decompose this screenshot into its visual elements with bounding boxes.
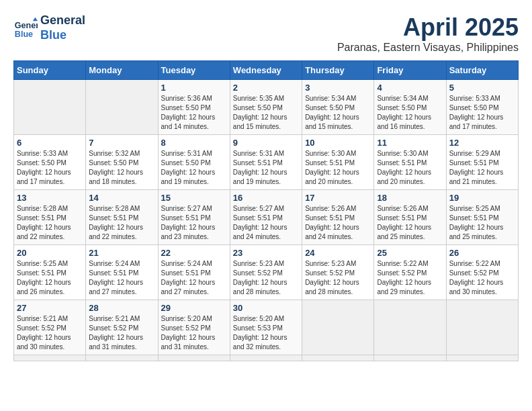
day-info: Sunrise: 5:34 AMSunset: 5:50 PMDaylight:… <box>305 94 371 132</box>
calendar-cell: 19Sunrise: 5:25 AMSunset: 5:51 PMDayligh… <box>446 190 518 245</box>
calendar-body: 1Sunrise: 5:36 AMSunset: 5:50 PMDaylight… <box>14 80 519 361</box>
logo-blue: Blue <box>40 28 85 43</box>
logo-general: General <box>40 13 85 28</box>
svg-marker-2 <box>33 17 38 20</box>
day-number: 19 <box>449 193 515 203</box>
calendar-week-row: 20Sunrise: 5:25 AMSunset: 5:51 PMDayligh… <box>14 245 519 300</box>
calendar-week-row: 6Sunrise: 5:33 AMSunset: 5:50 PMDaylight… <box>14 135 519 190</box>
day-number: 12 <box>449 138 515 148</box>
logo-icon: General Blue <box>13 16 38 40</box>
logo: General Blue General Blue <box>13 13 85 42</box>
calendar-cell: 11Sunrise: 5:30 AMSunset: 5:51 PMDayligh… <box>374 135 446 190</box>
svg-text:Blue: Blue <box>15 29 33 38</box>
day-number: 30 <box>233 303 299 313</box>
weekday-header-monday: Monday <box>86 61 158 80</box>
calendar-cell: 16Sunrise: 5:27 AMSunset: 5:51 PMDayligh… <box>230 190 302 245</box>
day-info: Sunrise: 5:33 AMSunset: 5:50 PMDaylight:… <box>17 149 83 187</box>
calendar-cell: 25Sunrise: 5:22 AMSunset: 5:52 PMDayligh… <box>374 245 446 300</box>
day-number: 24 <box>305 248 371 258</box>
calendar-cell: 23Sunrise: 5:23 AMSunset: 5:52 PMDayligh… <box>230 245 302 300</box>
day-info: Sunrise: 5:32 AMSunset: 5:50 PMDaylight:… <box>89 149 154 187</box>
calendar-cell: 7Sunrise: 5:32 AMSunset: 5:50 PMDaylight… <box>86 135 158 190</box>
calendar-cell: 20Sunrise: 5:25 AMSunset: 5:51 PMDayligh… <box>14 245 86 300</box>
weekday-header-thursday: Thursday <box>302 61 374 80</box>
day-number: 21 <box>89 248 154 258</box>
day-info: Sunrise: 5:31 AMSunset: 5:50 PMDaylight:… <box>161 149 227 187</box>
day-number: 17 <box>305 193 371 203</box>
calendar-cell: 22Sunrise: 5:24 AMSunset: 5:51 PMDayligh… <box>158 245 230 300</box>
day-number: 6 <box>17 138 83 148</box>
day-info: Sunrise: 5:30 AMSunset: 5:51 PMDaylight:… <box>377 149 443 187</box>
calendar-cell <box>302 355 374 361</box>
month-title: April 2025 <box>337 13 519 42</box>
day-info: Sunrise: 5:20 AMSunset: 5:53 PMDaylight:… <box>233 314 299 352</box>
calendar-cell <box>302 300 374 355</box>
calendar-cell: 27Sunrise: 5:21 AMSunset: 5:52 PMDayligh… <box>14 300 86 355</box>
calendar-cell <box>374 355 446 361</box>
day-info: Sunrise: 5:25 AMSunset: 5:51 PMDaylight:… <box>449 204 515 242</box>
day-number: 14 <box>89 193 154 203</box>
calendar-cell: 8Sunrise: 5:31 AMSunset: 5:50 PMDaylight… <box>158 135 230 190</box>
day-number: 29 <box>161 303 227 313</box>
title-block: April 2025 Paranas, Eastern Visayas, Phi… <box>337 13 519 54</box>
day-info: Sunrise: 5:35 AMSunset: 5:50 PMDaylight:… <box>233 94 299 132</box>
calendar-cell: 21Sunrise: 5:24 AMSunset: 5:51 PMDayligh… <box>86 245 158 300</box>
calendar-cell: 3Sunrise: 5:34 AMSunset: 5:50 PMDaylight… <box>302 80 374 135</box>
day-info: Sunrise: 5:23 AMSunset: 5:52 PMDaylight:… <box>233 259 299 297</box>
calendar-cell: 18Sunrise: 5:26 AMSunset: 5:51 PMDayligh… <box>374 190 446 245</box>
calendar-cell: 30Sunrise: 5:20 AMSunset: 5:53 PMDayligh… <box>230 300 302 355</box>
day-info: Sunrise: 5:28 AMSunset: 5:51 PMDaylight:… <box>89 204 154 242</box>
day-info: Sunrise: 5:26 AMSunset: 5:51 PMDaylight:… <box>377 204 443 242</box>
calendar-cell: 12Sunrise: 5:29 AMSunset: 5:51 PMDayligh… <box>446 135 518 190</box>
calendar-cell <box>158 355 230 361</box>
day-info: Sunrise: 5:31 AMSunset: 5:51 PMDaylight:… <box>233 149 299 187</box>
weekday-header-row: SundayMondayTuesdayWednesdayThursdayFrid… <box>14 61 519 80</box>
calendar-cell <box>86 355 158 361</box>
calendar-cell <box>14 355 86 361</box>
day-number: 3 <box>305 83 371 93</box>
calendar-cell: 10Sunrise: 5:30 AMSunset: 5:51 PMDayligh… <box>302 135 374 190</box>
weekday-header-sunday: Sunday <box>14 61 86 80</box>
calendar-cell: 26Sunrise: 5:22 AMSunset: 5:52 PMDayligh… <box>446 245 518 300</box>
day-info: Sunrise: 5:30 AMSunset: 5:51 PMDaylight:… <box>305 149 371 187</box>
calendar-cell: 29Sunrise: 5:20 AMSunset: 5:52 PMDayligh… <box>158 300 230 355</box>
calendar-cell: 28Sunrise: 5:21 AMSunset: 5:52 PMDayligh… <box>86 300 158 355</box>
location-title: Paranas, Eastern Visayas, Philippines <box>337 42 519 54</box>
day-info: Sunrise: 5:24 AMSunset: 5:51 PMDaylight:… <box>161 259 227 297</box>
day-info: Sunrise: 5:22 AMSunset: 5:52 PMDaylight:… <box>377 259 443 297</box>
day-info: Sunrise: 5:24 AMSunset: 5:51 PMDaylight:… <box>89 259 154 297</box>
page-header: General Blue General Blue April 2025 Par… <box>13 13 519 54</box>
day-info: Sunrise: 5:29 AMSunset: 5:51 PMDaylight:… <box>449 149 515 187</box>
day-number: 8 <box>161 138 227 148</box>
day-info: Sunrise: 5:23 AMSunset: 5:52 PMDaylight:… <box>305 259 371 297</box>
day-number: 9 <box>233 138 299 148</box>
calendar-cell: 1Sunrise: 5:36 AMSunset: 5:50 PMDaylight… <box>158 80 230 135</box>
day-info: Sunrise: 5:21 AMSunset: 5:52 PMDaylight:… <box>89 314 154 352</box>
calendar-cell: 5Sunrise: 5:33 AMSunset: 5:50 PMDaylight… <box>446 80 518 135</box>
calendar-week-row: 27Sunrise: 5:21 AMSunset: 5:52 PMDayligh… <box>14 300 519 355</box>
day-info: Sunrise: 5:26 AMSunset: 5:51 PMDaylight:… <box>305 204 371 242</box>
day-info: Sunrise: 5:34 AMSunset: 5:50 PMDaylight:… <box>377 94 443 132</box>
calendar-cell: 4Sunrise: 5:34 AMSunset: 5:50 PMDaylight… <box>374 80 446 135</box>
weekday-header-wednesday: Wednesday <box>230 61 302 80</box>
day-number: 2 <box>233 83 299 93</box>
day-info: Sunrise: 5:21 AMSunset: 5:52 PMDaylight:… <box>17 314 83 352</box>
day-number: 25 <box>377 248 443 258</box>
day-number: 16 <box>233 193 299 203</box>
day-number: 18 <box>377 193 443 203</box>
day-number: 27 <box>17 303 83 313</box>
calendar-week-row: 13Sunrise: 5:28 AMSunset: 5:51 PMDayligh… <box>14 190 519 245</box>
calendar-cell <box>374 300 446 355</box>
calendar-cell: 24Sunrise: 5:23 AMSunset: 5:52 PMDayligh… <box>302 245 374 300</box>
day-number: 13 <box>17 193 83 203</box>
day-number: 15 <box>161 193 227 203</box>
calendar-cell: 6Sunrise: 5:33 AMSunset: 5:50 PMDaylight… <box>14 135 86 190</box>
day-number: 1 <box>161 83 227 93</box>
calendar-cell <box>446 355 518 361</box>
day-number: 10 <box>305 138 371 148</box>
calendar-cell: 2Sunrise: 5:35 AMSunset: 5:50 PMDaylight… <box>230 80 302 135</box>
day-info: Sunrise: 5:33 AMSunset: 5:50 PMDaylight:… <box>449 94 515 132</box>
day-number: 23 <box>233 248 299 258</box>
day-number: 5 <box>449 83 515 93</box>
calendar-week-row <box>14 355 519 361</box>
